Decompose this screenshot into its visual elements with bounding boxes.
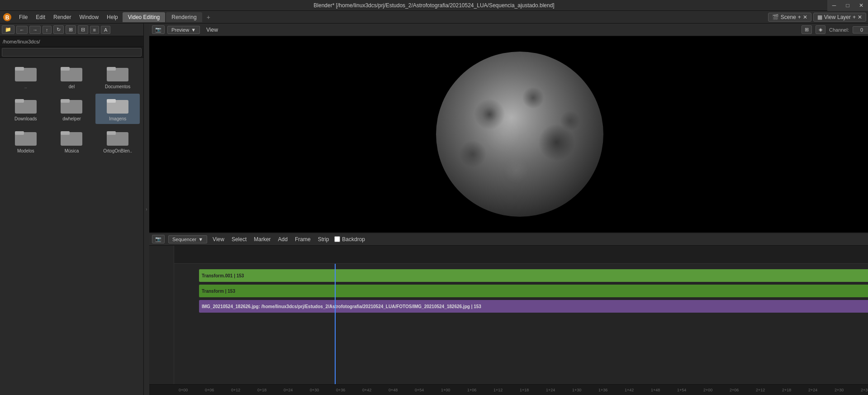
- title-bar: Blender* [/home/linux3dcs/prj/Estudos_2/…: [0, 0, 868, 11]
- list-item[interactable]: OrtogOnBlen..: [95, 126, 140, 156]
- scene-new-icon: +: [798, 14, 801, 20]
- seq-select-menu[interactable]: Select: [230, 235, 248, 243]
- list-item[interactable]: Imagens: [95, 94, 140, 124]
- svg-rect-17: [61, 131, 70, 135]
- menu-bar: B File Edit Render Window Help Video Edi…: [0, 11, 868, 24]
- close-button[interactable]: ✕: [854, 0, 868, 11]
- seq-add-menu[interactable]: Add: [276, 235, 289, 243]
- nav-back-button[interactable]: ←: [16, 26, 28, 34]
- search-input[interactable]: [2, 48, 142, 57]
- file-grid: .. del Documentos Downloads: [0, 58, 143, 395]
- workspace-rendering[interactable]: Rendering: [166, 12, 202, 22]
- seq-frame-menu[interactable]: Frame: [293, 235, 313, 243]
- seq-track-transform001[interactable]: Transform.001 | 153: [199, 269, 868, 282]
- folder-icon: [107, 64, 128, 82]
- view-dropdown[interactable]: Preview ▼: [167, 26, 200, 34]
- file-browser-panel: 📁 ← → ↑ ↻ ⊞ ⊟ ≡ A /home/linux3dcs/ ..: [0, 24, 144, 395]
- track-label: Transform.001 | 153: [202, 273, 244, 278]
- path-bar: /home/linux3dcs/: [0, 36, 143, 47]
- add-workspace-button[interactable]: +: [203, 12, 214, 23]
- time-mark: 1+42: [624, 388, 650, 392]
- file-label: Downloads: [14, 116, 37, 121]
- view-dropdown-label: Preview: [171, 27, 189, 33]
- menu-edit[interactable]: Edit: [32, 13, 49, 22]
- sequencer-type-dropdown[interactable]: Sequencer ▼: [168, 235, 207, 243]
- file-label: Modelos: [17, 148, 34, 153]
- main-layout: 📁 ← → ↑ ↻ ⊞ ⊟ ≡ A /home/linux3dcs/ ..: [0, 24, 868, 395]
- file-browser-toolbar: 📁 ← → ↑ ↻ ⊞ ⊟ ≡ A: [0, 24, 143, 36]
- sequencer-type-label: Sequencer: [172, 237, 196, 242]
- scene-name: Scene: [781, 14, 796, 20]
- sequencer-content: Transform.001 | 153 Transform | 153 IMG_…: [149, 246, 868, 395]
- file-label: OrtogOnBlen..: [103, 148, 132, 153]
- file-browser-icon[interactable]: 📁: [2, 25, 14, 34]
- time-mark: 0+00: [178, 388, 204, 392]
- time-mark: 0+18: [256, 388, 283, 392]
- scene-selector[interactable]: 🎬 Scene + ✕: [768, 13, 811, 22]
- folder-icon: [61, 64, 82, 82]
- menu-file[interactable]: File: [15, 13, 31, 22]
- time-mark: 1+00: [440, 388, 466, 392]
- track-label: Transform | 153: [202, 289, 235, 294]
- list-item[interactable]: Música: [50, 126, 94, 156]
- display-mode-btn[interactable]: ⊞: [802, 25, 812, 34]
- file-label: ..: [24, 84, 27, 89]
- backdrop-checkbox[interactable]: [334, 236, 340, 242]
- file-label: Documentos: [105, 84, 130, 89]
- seq-view-menu[interactable]: View: [211, 235, 226, 243]
- time-mark: 2+06: [729, 388, 755, 392]
- middle-panel: 📷 Preview ▼ View ⊞ ◈ Channel: 🔒: [149, 24, 868, 395]
- view-layer-selector[interactable]: ▦ View Layer + ✕: [813, 13, 866, 22]
- menu-window[interactable]: Window: [76, 13, 102, 22]
- view-sort-btn[interactable]: A: [101, 26, 110, 34]
- nav-up-button[interactable]: ↑: [43, 26, 52, 34]
- menu-render[interactable]: Render: [50, 13, 75, 22]
- seq-track-image[interactable]: IMG_20210524_182626.jpg: /home/linux3dcs…: [199, 300, 868, 313]
- seq-marker-menu[interactable]: Marker: [252, 235, 272, 243]
- view-toggle-1[interactable]: ⊞: [66, 25, 76, 34]
- list-item[interactable]: Documentos: [95, 62, 140, 92]
- list-item[interactable]: dwhelper: [50, 94, 94, 124]
- workspace-video-editing[interactable]: Video Editing: [123, 12, 166, 22]
- left-collapse-handle[interactable]: ›: [144, 24, 149, 395]
- time-mark: 0+48: [388, 388, 414, 392]
- time-bar: 0+00 0+06 0+12 0+18 0+24 0+30 0+36 0+42 …: [149, 384, 868, 395]
- svg-rect-7: [107, 67, 116, 71]
- time-mark: 0+30: [309, 388, 335, 392]
- time-mark: 0+06: [204, 388, 230, 392]
- view-layer-close-icon: ✕: [858, 14, 862, 20]
- time-mark: 2+12: [755, 388, 781, 392]
- time-mark: 0+36: [335, 388, 361, 392]
- nav-refresh-button[interactable]: ↻: [53, 25, 64, 34]
- list-item[interactable]: Downloads: [4, 94, 48, 124]
- time-mark: 1+06: [466, 388, 493, 392]
- view-toggle-2[interactable]: ⊟: [78, 25, 88, 34]
- scene-close-icon: ✕: [803, 14, 807, 20]
- sequencer-panel-btn[interactable]: 📷: [152, 235, 165, 243]
- list-item[interactable]: Modelos: [4, 126, 48, 156]
- time-mark: 2+00: [702, 388, 729, 392]
- time-mark: 0+12: [230, 388, 256, 392]
- preview-mode-btn[interactable]: 📷: [152, 25, 165, 34]
- channel-input[interactable]: [853, 26, 868, 33]
- time-mark: 1+30: [571, 388, 598, 392]
- menu-help[interactable]: Help: [103, 13, 122, 22]
- crater-overlay: [436, 52, 603, 217]
- seq-tracks: Transform.001 | 153 Transform | 153 IMG_…: [174, 264, 868, 384]
- list-item[interactable]: del: [50, 62, 94, 92]
- maximize-button[interactable]: □: [841, 0, 854, 11]
- svg-rect-19: [107, 131, 116, 135]
- folder-icon: [15, 96, 37, 114]
- view-toggle-3[interactable]: ≡: [90, 26, 99, 34]
- seq-strip-menu[interactable]: Strip: [316, 235, 331, 243]
- list-item[interactable]: ..: [4, 62, 48, 92]
- sequencer-toolbar: 📷 Sequencer ▼ View Select Marker Add Fra…: [149, 233, 868, 246]
- display-options-btn[interactable]: ◈: [816, 25, 825, 34]
- playhead: [335, 264, 336, 384]
- nav-forward-button[interactable]: →: [29, 26, 41, 34]
- backdrop-toggle: Backdrop: [334, 236, 365, 243]
- view-menu[interactable]: View: [203, 25, 222, 34]
- seq-track-transform[interactable]: Transform | 153: [199, 285, 868, 297]
- minimize-button[interactable]: ─: [827, 0, 841, 11]
- time-mark: 1+18: [519, 388, 545, 392]
